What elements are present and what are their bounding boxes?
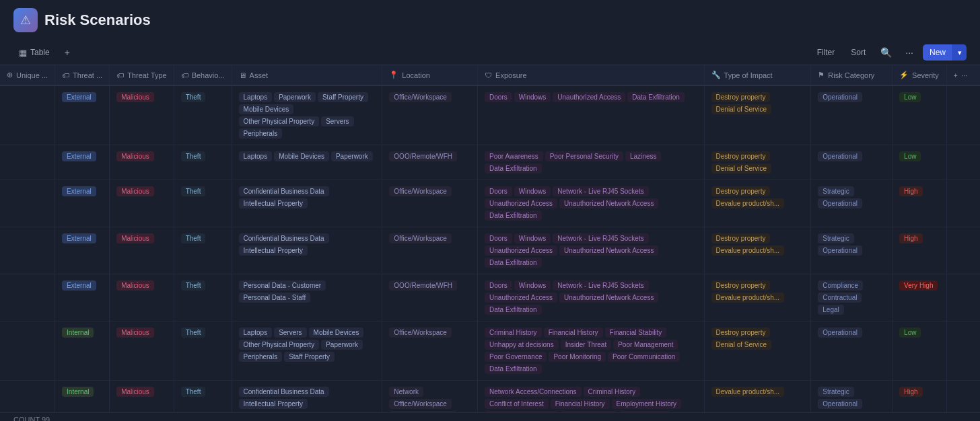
tag: Servers	[274, 328, 306, 338]
tag: Low	[899, 151, 921, 161]
cell-threat-type: Malicious	[110, 85, 174, 145]
col-add[interactable]: + ···	[946, 65, 980, 85]
cell-asset: Confidential Business DataIntellectual P…	[232, 180, 382, 227]
risk-cat-label: Risk Category	[828, 71, 874, 79]
tag: Data Exfiltration	[485, 364, 542, 374]
tag: Laptops	[239, 328, 273, 338]
cell-extra	[946, 180, 980, 227]
tag: Malicious	[116, 387, 154, 397]
sort-label: Sort	[851, 48, 866, 57]
more-options-button[interactable]: ···	[901, 44, 917, 61]
tag: Office/Workspace	[389, 92, 452, 102]
cell-location: OOO/Remote/WFH	[382, 274, 478, 321]
cell-type-impact: Destroy propertyDevalue product/sh...	[704, 274, 811, 321]
count-label: COUNT	[13, 416, 42, 421]
tag: Windows	[514, 186, 551, 196]
cell-location: Office/Workspace	[382, 180, 478, 227]
footer: COUNT 99	[0, 412, 980, 421]
tag: Mobile Devices	[239, 104, 294, 114]
new-button-group: New ▾	[923, 44, 967, 61]
table-row[interactable]: InternalMaliciousTheftLaptopsServersMobi…	[0, 321, 980, 381]
table-row[interactable]: ExternalMaliciousTheftLaptopsPaperworkSt…	[0, 85, 980, 145]
tag: Malicious	[116, 233, 154, 243]
threat-type-icon: 🏷	[116, 71, 124, 79]
new-button[interactable]: New	[923, 44, 952, 61]
col-risk-category[interactable]: ⚑ Risk Category	[811, 65, 893, 85]
table-container: ⊕ Unique ... 🏷 Threat ... 🏷 Threat Type	[0, 65, 980, 412]
cell-unique	[0, 145, 55, 180]
cell-behavior: Theft	[174, 145, 232, 180]
table-view-button[interactable]: ▦ Table	[13, 45, 55, 61]
cell-behavior: Theft	[174, 274, 232, 321]
add-icon: +	[65, 47, 70, 58]
exposure-icon: 🛡	[485, 71, 492, 79]
col-behavior[interactable]: 🏷 Behavio...	[174, 65, 232, 85]
tag: Confidential Business Data	[239, 387, 329, 397]
cell-risk-category: StrategicOperational	[811, 381, 893, 413]
table-row[interactable]: ExternalMaliciousTheftConfidential Busin…	[0, 180, 980, 227]
tag: Confidential Business Data	[239, 186, 329, 196]
col-location[interactable]: 📍 Location	[382, 65, 478, 85]
col-threat-type[interactable]: 🏷 Threat Type	[110, 65, 174, 85]
tag: High	[899, 387, 923, 397]
cell-extra	[946, 381, 980, 413]
tag: Operational	[818, 198, 862, 208]
cell-behavior: Theft	[174, 85, 232, 145]
asset-icon: 🖥	[239, 71, 246, 79]
col-type-impact[interactable]: 🔧 Type of Impact	[704, 65, 811, 85]
tag: Devalue product/sh...	[711, 245, 785, 256]
tag: Devalue product/sh...	[711, 293, 785, 303]
tag: Data Exfiltration	[485, 210, 542, 221]
tag: Contractual	[818, 293, 862, 303]
tag: Financial Stability	[605, 328, 667, 338]
tag: Poor Awareness	[485, 151, 543, 161]
app-title: Risk Scenarios	[44, 11, 151, 29]
tag: Operational	[818, 151, 862, 161]
tag: Operational	[818, 399, 862, 409]
tag: Intellectual Property	[239, 399, 308, 409]
tag: Paperwork	[274, 92, 316, 102]
col-unique[interactable]: ⊕ Unique ...	[0, 65, 55, 85]
cell-exposure: DoorsWindowsUnauthorized AccessData Exfi…	[478, 85, 704, 145]
tag: Legal	[818, 305, 843, 315]
filter-button[interactable]: Filter	[812, 45, 841, 60]
tag: External	[62, 280, 96, 291]
tag: Poor Monitoring	[549, 352, 606, 362]
cell-threat-type: Malicious	[110, 321, 174, 381]
cell-risk-category: Operational	[811, 321, 893, 381]
tag: Servers	[321, 116, 353, 126]
sort-button[interactable]: Sort	[845, 45, 871, 60]
asset-label: Asset	[250, 71, 269, 79]
table-row[interactable]: ExternalMaliciousTheftPersonal Data - Cu…	[0, 274, 980, 321]
severity-label: Severity	[912, 71, 939, 79]
tag: Office/Workspace	[389, 328, 452, 338]
cell-type-impact: Destroy propertyDenial of Service	[704, 85, 811, 145]
add-view-button[interactable]: +	[61, 44, 74, 61]
table-row[interactable]: InternalMaliciousTheftConfidential Busin…	[0, 381, 980, 413]
tag: Doors	[485, 280, 512, 291]
tag: Poor Monitoring	[561, 411, 618, 412]
cell-threat-actor: Internal	[55, 321, 110, 381]
tag: Compliance	[818, 280, 863, 291]
table-icon: ▦	[19, 48, 27, 58]
col-threat-actor[interactable]: 🏷 Threat ...	[55, 65, 110, 85]
cell-severity: High	[893, 180, 946, 227]
tag: High	[899, 233, 923, 243]
search-button[interactable]: 🔍	[876, 44, 896, 61]
col-severity[interactable]: ⚡ Severity	[893, 65, 946, 85]
col-asset[interactable]: 🖥 Asset	[232, 65, 382, 85]
tag: Network - Live RJ45 Sockets	[553, 233, 648, 243]
tag: Laziness	[625, 151, 661, 161]
cell-asset: Confidential Business DataIntellectual P…	[232, 381, 382, 413]
cell-extra	[946, 85, 980, 145]
cell-behavior: Theft	[174, 180, 232, 227]
col-exposure[interactable]: 🛡 Exposure	[478, 65, 704, 85]
tag: Internal	[62, 387, 94, 397]
tag: Low	[899, 92, 921, 102]
table-row[interactable]: ExternalMaliciousTheftLaptopsMobile Devi…	[0, 145, 980, 180]
behavior-label: Behavio...	[192, 71, 225, 79]
cell-behavior: Theft	[174, 381, 232, 413]
table-row[interactable]: ExternalMaliciousTheftConfidential Busin…	[0, 227, 980, 274]
new-dropdown-button[interactable]: ▾	[952, 44, 967, 61]
cell-risk-category: Operational	[811, 85, 893, 145]
